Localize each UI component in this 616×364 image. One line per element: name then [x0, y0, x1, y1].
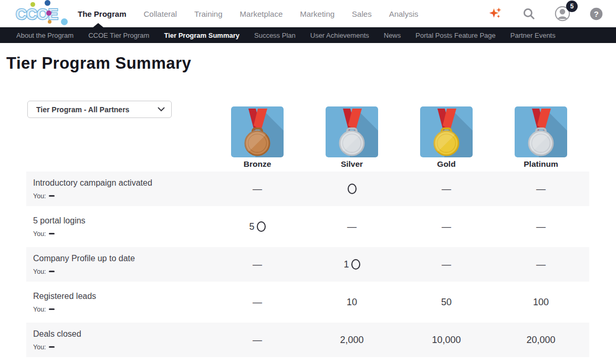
- row-label-cell: 5 portal loginsYou:: [26, 209, 210, 244]
- row-label: Registered leads: [33, 292, 210, 301]
- tier-name-label: Gold: [437, 159, 455, 169]
- top-nav-item-sales[interactable]: Sales: [352, 9, 372, 18]
- logo-dot-sky: [61, 18, 68, 25]
- sub-nav-item-portal-posts-feature-page[interactable]: Portal Posts Feature Page: [415, 31, 495, 39]
- search-icon[interactable]: [522, 7, 536, 20]
- top-nav-item-marketplace[interactable]: Marketplace: [240, 9, 283, 18]
- top-nav-item-the-program[interactable]: The Program: [78, 9, 127, 18]
- help-icon[interactable]: ?: [589, 7, 603, 21]
- sub-nav-item-news[interactable]: News: [384, 31, 401, 39]
- notification-badge: 5: [566, 1, 578, 12]
- you-label: You:: [33, 268, 46, 275]
- tier-value-cell-platinum: —: [494, 247, 588, 282]
- tier-value-text: 100: [533, 297, 549, 308]
- page-title: Tier Program Summary: [6, 52, 616, 74]
- tier-value-text: 10,000: [432, 335, 461, 346]
- you-label: You:: [33, 192, 46, 200]
- tier-name-label: Platinum: [524, 159, 558, 169]
- logo-dot-orange: [48, 20, 51, 24]
- tier-value-text: 20,000: [526, 335, 555, 346]
- sub-nav-item-success-plan[interactable]: Success Plan: [254, 31, 296, 39]
- medal-image-platinum: [515, 106, 567, 157]
- sub-nav: About the ProgramCCOE Tier ProgramTier P…: [0, 27, 616, 43]
- sparkles-icon[interactable]: [487, 6, 503, 22]
- tier-name-label: Silver: [341, 159, 363, 169]
- sub-nav-item-partner-events[interactable]: Partner Events: [510, 31, 556, 39]
- tier-column-gold: Gold: [399, 106, 494, 169]
- active-section-pointer: [92, 23, 104, 28]
- row-label-cell: Introductory campaign activatedYou:: [26, 172, 210, 206]
- sub-nav-item-user-achievements[interactable]: User Achievements: [310, 31, 369, 39]
- tier-value-cell-bronze: —: [210, 285, 305, 319]
- tier-value-cell-gold: 50: [399, 285, 494, 319]
- tier-value-cell-bronze: —: [210, 247, 305, 282]
- you-progress-line: You:: [33, 268, 210, 275]
- tier-value-cell-silver: —: [305, 209, 399, 244]
- table-row: 5 portal loginsYou:5———: [26, 209, 589, 244]
- tier-value-cell-bronze: —: [210, 172, 305, 206]
- content-area: Tier Program Summary Tier Program - All …: [0, 52, 616, 357]
- tier-value-cell-silver: 2,000: [305, 323, 399, 357]
- row-label-cell: Registered leadsYou:: [26, 285, 210, 319]
- top-nav: The ProgramCollateralTrainingMarketplace…: [78, 9, 419, 18]
- you-value-dash: [49, 233, 55, 235]
- top-nav-item-analysis[interactable]: Analysis: [389, 9, 419, 18]
- row-label-cell: Deals closedYou:: [26, 323, 210, 357]
- tier-value-text: —: [442, 221, 451, 232]
- user-icon[interactable]: 5: [555, 6, 570, 22]
- top-nav-item-collateral[interactable]: Collateral: [144, 9, 177, 18]
- sub-nav-item-about-the-program[interactable]: About the Program: [16, 31, 74, 39]
- you-value-dash: [49, 308, 55, 311]
- tier-value-text: —: [253, 184, 262, 195]
- table-row: Registered leadsYou:—1050100: [26, 285, 589, 319]
- tier-value-text: —: [536, 184, 546, 195]
- sub-nav-item-ccoe-tier-program[interactable]: CCOE Tier Program: [88, 31, 149, 39]
- tier-value-cell-gold: 10,000: [399, 323, 494, 357]
- you-label: You:: [33, 230, 46, 238]
- row-label: Deals closed: [33, 329, 210, 339]
- tier-value-cell-platinum: —: [494, 172, 588, 206]
- tier-value-text: —: [536, 259, 546, 270]
- row-label: Introductory campaign activated: [33, 178, 210, 188]
- you-progress-line: You:: [33, 230, 210, 238]
- tier-value-cell-gold: —: [399, 172, 494, 206]
- tier-value-cell-silver: 1: [305, 247, 399, 282]
- tier-value-text: —: [253, 335, 262, 346]
- you-value-dash: [49, 346, 55, 348]
- you-value-dash: [49, 271, 55, 273]
- tier-value-text: —: [536, 221, 546, 232]
- tier-value-cell-gold: —: [399, 209, 494, 244]
- chevron-down-icon: [158, 107, 165, 112]
- filter-selected-value: Tier Program - All Partners: [36, 105, 158, 114]
- row-label: Company Profile up to date: [33, 254, 210, 263]
- progress-circle-icon: [351, 259, 360, 270]
- tier-column-bronze: Bronze: [210, 106, 305, 169]
- tier-value-cell-silver: 10: [305, 285, 399, 319]
- tier-column-platinum: Platinum: [494, 106, 588, 169]
- tier-name-label: Bronze: [244, 159, 272, 169]
- tier-value-text: —: [442, 259, 451, 270]
- top-nav-item-marketing[interactable]: Marketing: [300, 9, 335, 18]
- logo-dot-lime: [30, 2, 35, 7]
- svg-text:?: ?: [594, 9, 599, 18]
- tier-value-cell-platinum: 100: [494, 285, 588, 319]
- table-row: Introductory campaign activatedYou:———: [26, 172, 589, 206]
- progress-circle-icon: [348, 184, 357, 194]
- you-value-dash: [49, 195, 55, 197]
- you-progress-line: You:: [33, 306, 210, 313]
- tier-value-cell-platinum: 20,000: [494, 323, 588, 357]
- tier-value-text: —: [253, 259, 262, 270]
- tier-value-cell-bronze: —: [210, 323, 305, 357]
- ccoe-logo[interactable]: CCOE: [15, 3, 70, 24]
- tier-column-silver: Silver: [305, 106, 399, 169]
- top-nav-item-training[interactable]: Training: [194, 9, 223, 18]
- tier-value-text: —: [347, 221, 357, 232]
- logo-dot-navy: [45, 0, 50, 6]
- sub-nav-item-tier-program-summary[interactable]: Tier Program Summary: [164, 31, 239, 39]
- table-row: Deals closedYou:—2,00010,00020,000: [26, 323, 589, 357]
- tier-program-filter-dropdown[interactable]: Tier Program - All Partners: [27, 101, 172, 118]
- tier-value-text: 2,000: [340, 335, 363, 346]
- you-progress-line: You:: [33, 192, 210, 200]
- medal-image-gold: [420, 106, 473, 157]
- you-label: You:: [33, 344, 46, 351]
